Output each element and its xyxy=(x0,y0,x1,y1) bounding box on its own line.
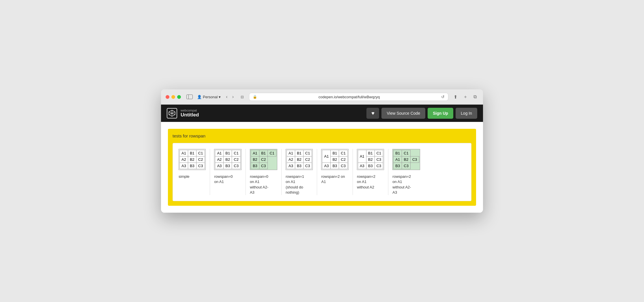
back-button[interactable]: ‹ xyxy=(224,94,229,100)
person-icon: 👤 xyxy=(197,95,202,99)
close-button[interactable] xyxy=(166,95,169,99)
brand-logo xyxy=(167,108,177,118)
brand: webcompat Untitled xyxy=(167,108,199,118)
card-label-3: rowspan=0on A1without A2-A3 xyxy=(250,174,268,195)
nav-buttons: ‹ › xyxy=(224,94,235,100)
tests-grid: A1B1C1 A2B2C2 A3B3C3 simple A1B1C1 A2B2C… xyxy=(173,143,471,201)
browser-window: 👤 Personal ▾ ‹ › ⊟ 🔒 codepen.io/webcompa… xyxy=(161,89,483,213)
forward-button[interactable]: › xyxy=(231,94,235,100)
personal-label: Personal xyxy=(203,95,218,99)
test-card-rowspan0-no-a2a3: A1B1C1 B2C2 B3C3 rowspan=0on A1without A… xyxy=(250,149,277,195)
divider-3 xyxy=(281,149,282,195)
lock-icon: 🔒 xyxy=(253,95,257,99)
share-button[interactable]: ⬆ xyxy=(452,94,459,100)
sidebar-toggle-button[interactable] xyxy=(186,94,194,100)
reader-view-button[interactable]: ⊟ xyxy=(239,94,246,100)
tabs-button[interactable]: ⧉ xyxy=(472,94,478,100)
table-wrapper-3: A1B1C1 B2C2 B3C3 xyxy=(250,149,277,170)
minimize-button[interactable] xyxy=(171,95,175,99)
divider-1 xyxy=(210,149,210,195)
card-label-5: rowspan=2 onA1 xyxy=(321,174,345,184)
title-bar: 👤 Personal ▾ ‹ › ⊟ 🔒 codepen.io/webcompa… xyxy=(161,89,483,105)
divider-5 xyxy=(353,149,353,195)
test-card-rowspan2-a1: A1B1C1 B2C2 A3B3C3 rowspan=2 onA1 xyxy=(321,149,348,195)
table-wrapper-4: A1B1C1 A2B2C2 A3B3C3 xyxy=(286,149,313,170)
card-label-7: rowspan=2on A1without A2-A3 xyxy=(392,174,411,195)
svg-line-7 xyxy=(172,113,175,115)
brand-name: webcompat xyxy=(181,109,199,112)
divider-2 xyxy=(246,149,246,195)
chevron-down-icon: ▾ xyxy=(219,95,221,99)
traffic-lights xyxy=(166,95,181,99)
codepen-header: webcompat Untitled ♥ View Source Code Si… xyxy=(161,105,483,122)
test-card-simple: A1B1C1 A2B2C2 A3B3C3 simple xyxy=(179,149,206,195)
test-card-rowspan2-no-a2: A1B1C1 B2C3 A3B3C3 rowspan=2on A1without… xyxy=(357,149,384,195)
table-wrapper-6: A1B1C1 B2C3 A3B3C3 xyxy=(357,149,384,170)
view-source-button[interactable]: View Source Code xyxy=(381,108,425,119)
signup-button[interactable]: Sign Up xyxy=(428,108,453,119)
address-bar[interactable]: 🔒 codepen.io/webcompat/full/wBwqzyq ↺ xyxy=(249,93,448,101)
header-actions: ♥ View Source Code Sign Up Log In xyxy=(366,108,477,119)
main-content: tests for rowspan A1B1C1 A2B2C2 A3B3C3 s… xyxy=(161,122,483,213)
heart-button[interactable]: ♥ xyxy=(366,108,379,119)
signup-label: Sign Up xyxy=(433,111,448,116)
table-wrapper-2: A1B1C1 A2B2C2 A3B3C3 xyxy=(214,149,241,170)
svg-line-6 xyxy=(169,113,172,115)
card-label-4: rowspan=1on A1(should donothing) xyxy=(286,174,304,195)
divider-4 xyxy=(317,149,317,195)
table-wrapper-5: A1B1C1 B2C2 A3B3C3 xyxy=(321,149,348,170)
reload-button[interactable]: ↺ xyxy=(441,95,445,99)
view-source-label: View Source Code xyxy=(387,111,420,116)
brand-text: webcompat Untitled xyxy=(181,109,199,118)
brand-title: Untitled xyxy=(181,112,199,118)
maximize-button[interactable] xyxy=(177,95,181,99)
address-text: codepen.io/webcompat/full/wBwqzyq xyxy=(259,95,439,99)
svg-line-3 xyxy=(169,112,172,114)
divider-6 xyxy=(388,149,388,195)
new-tab-button[interactable]: ＋ xyxy=(461,93,469,101)
section-title: tests for rowspan xyxy=(173,133,471,138)
login-label: Log In xyxy=(461,111,472,116)
yellow-container: tests for rowspan A1B1C1 A2B2C2 A3B3C3 s… xyxy=(168,129,476,206)
login-button[interactable]: Log In xyxy=(456,108,477,119)
toolbar-right: ⬆ ＋ ⧉ xyxy=(452,93,478,101)
sidebar-icon xyxy=(186,95,193,99)
heart-icon: ♥ xyxy=(371,110,375,116)
test-card-rowspan1-a1: A1B1C1 A2B2C2 A3B3C3 rowspan=1on A1(shou… xyxy=(286,149,313,195)
table-wrapper-7: B1C1 A1B2C3 B3C3 xyxy=(392,149,420,170)
test-card-rowspan2-no-a2a3: B1C1 A1B2C3 B3C3 rowspan=2on A1without A… xyxy=(392,149,420,195)
svg-line-4 xyxy=(172,112,175,114)
test-card-rowspan0-a1: A1B1C1 A2B2C2 A3B3C3 rowspan=0on A1 xyxy=(214,149,241,195)
card-label-2: rowspan=0on A1 xyxy=(214,174,233,184)
card-label-1: simple xyxy=(179,174,190,179)
card-label-6: rowspan=2on A1without A2 xyxy=(357,174,375,190)
table-wrapper-1: A1B1C1 A2B2C2 A3B3C3 xyxy=(179,149,206,170)
personal-menu-button[interactable]: 👤 Personal ▾ xyxy=(197,95,221,99)
